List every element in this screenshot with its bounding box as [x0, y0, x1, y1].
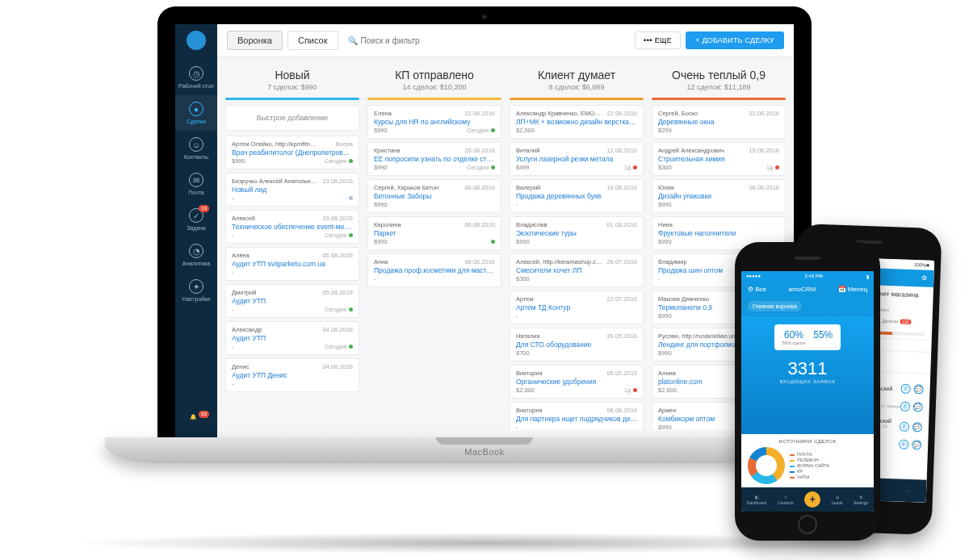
card-title: Продажа деревянных букв — [516, 192, 637, 200]
nav-desktop[interactable]: ◷Рабочий стол — [175, 60, 217, 95]
status-dot-icon — [349, 233, 353, 237]
menu-icon[interactable]: ⚙ Все — [748, 286, 766, 293]
deal-card[interactable]: Артем22.07.2016 Артем ТД Контур - — [510, 290, 644, 324]
add-deal-button[interactable]: + ДОБАВИТЬ СДЕЛКУ — [686, 31, 784, 49]
sources-chart: ИСТОЧНИКИ СДЕЛОК ПОЧТАТЕЛЕФОНФОРМА САЙТА… — [741, 434, 874, 487]
sidebar: ◷Рабочий стол ●Сделки ☺Контакты ✉Почта 1… — [175, 24, 217, 438]
tabbar-settings[interactable]: ⚙Settings — [854, 495, 868, 505]
logo-icon[interactable] — [187, 31, 206, 50]
call-icon[interactable]: ✆ — [900, 421, 909, 431]
view-funnel-button[interactable]: Воронка — [227, 31, 283, 50]
period-button[interactable]: 📅 Месяц — [838, 286, 867, 293]
call-icon[interactable]: ✆ — [899, 439, 908, 449]
deal-card[interactable]: Безручко Алексей Анатольевич23.08.2016 Н… — [225, 173, 359, 207]
tabbar-menu-icon[interactable]: ⋯ — [905, 488, 909, 493]
deal-card[interactable]: Елена22.08.2016 Курсы для HR по английск… — [367, 105, 501, 139]
card-contact: Артем — [516, 295, 534, 303]
deal-card[interactable]: Владислав01.08.2016 Экзотические туры $9… — [510, 216, 644, 250]
deal-card[interactable]: Юлия08.08.2016 Дизайн упаковки $990 — [652, 179, 786, 213]
card-title: Новый лид — [232, 186, 353, 194]
deal-card[interactable]: Алексей19.08.2016 Техническое обеспечени… — [225, 210, 359, 244]
deal-card[interactable]: Наталия26.05.2016 Для СТО оборудование $… — [510, 328, 644, 361]
nav-settings[interactable]: ✦Настройки — [175, 273, 217, 308]
column-header: Очень теплый 0,9 12 сделок: $11,189 — [652, 65, 786, 98]
card-price: - — [516, 312, 518, 320]
card-title: Аудит УТП Денис — [232, 371, 353, 379]
view-list-button[interactable]: Список — [287, 31, 338, 50]
card-contact: Максим Демченко — [658, 295, 709, 303]
card-price: - — [374, 275, 376, 282]
card-contact: Владимир — [658, 258, 687, 265]
card-date: 20.08.2016 — [464, 147, 495, 154]
home-button[interactable] — [798, 515, 817, 534]
status-dot-icon — [349, 159, 353, 163]
deal-card[interactable]: Денис04.08.2016 Аудит УТП Денис - — [225, 358, 359, 392]
more-button[interactable]: ••• ЕЩЕ — [635, 31, 681, 49]
card-contact: Владислав — [516, 221, 547, 228]
status-dot-icon — [633, 388, 637, 392]
deal-card[interactable]: Дмитрий05.08.2016 Аудит УТП -Сегодня — [225, 284, 359, 318]
chart-title: ИСТОЧНИКИ СДЕЛОК — [748, 439, 867, 444]
card-contact: Нина — [658, 221, 673, 228]
card-price: $2,500 — [516, 127, 535, 134]
phone-device-1: ●●●●●2:43 PM▮ ⚙ Все amoCRM 📅 Месяц Главн… — [735, 242, 880, 541]
pipeline-tab[interactable]: Главная воронка — [748, 301, 802, 311]
deal-card[interactable]: Виталий12.08.2016 Услуги лазерной резки … — [510, 142, 644, 176]
card-title: ЕЕ попросили узнать по отделке стен плит… — [374, 155, 495, 163]
chat-icon[interactable]: 💬 — [913, 384, 923, 394]
card-price: - — [232, 232, 234, 239]
tabbar-contacts[interactable]: ☺Contacts — [778, 495, 794, 505]
setup-icon[interactable]: ⚙ — [921, 274, 927, 282]
deal-card[interactable]: Виктория05.05.2015 Органические удобрени… — [510, 365, 644, 399]
column-bar — [652, 98, 786, 100]
deal-card[interactable]: Александр Кравченко, EMOZZI22.08.2016 ЛП… — [510, 105, 644, 139]
tabbar-add[interactable]: + — [804, 491, 820, 508]
deal-card[interactable]: Валерий10.08.2016 Продажа деревянных бук… — [510, 179, 644, 213]
deal-card[interactable]: Алёна05.08.2016 Аудит УТП svitparketu.co… — [225, 247, 359, 281]
deal-card[interactable]: Виктория08.08.2016 Для партнера ищет под… — [510, 402, 644, 430]
call-icon[interactable]: ✆ — [900, 401, 910, 411]
deal-card[interactable]: Каролина08.08.2016 Паркет $990 — [367, 216, 501, 250]
deal-card[interactable]: Артем Олейко, http://kpmfitness.com.ua/В… — [225, 136, 359, 169]
nav-mail[interactable]: ✉Почта — [175, 166, 217, 202]
chat-icon[interactable]: 💬 — [912, 440, 921, 449]
legend-item: ПОЧТА — [790, 452, 829, 457]
card-title: Смесители хочет ЛП — [516, 266, 637, 274]
legend-item: ТЕЛЕФОН — [790, 458, 829, 462]
card-title: Деревянные окна — [658, 118, 779, 126]
card-price: $300 — [516, 275, 530, 282]
call-icon[interactable]: ✆ — [900, 384, 910, 394]
quick-add-button[interactable]: Быстрое добавление — [225, 105, 359, 131]
chat-icon[interactable]: 💬 — [913, 402, 923, 412]
card-date: 22.08.2016 — [749, 110, 779, 117]
nav-deals[interactable]: ●Сделки — [175, 95, 217, 131]
tabbar-leads[interactable]: ◎Leads — [832, 495, 843, 505]
column-subtitle: 14 сделок: $10,200 — [367, 83, 501, 91]
card-date: 08.08.2016 — [464, 221, 495, 228]
deal-card[interactable]: Сергей, Харьков Бетон08.08.2016 Бетонные… — [367, 179, 501, 213]
card-price: - — [232, 269, 234, 276]
card-status — [349, 196, 353, 200]
tabbar-dashboard[interactable]: ◧Dashboard — [747, 495, 766, 505]
nav-analytics[interactable]: ◔Аналитика — [175, 237, 217, 273]
deal-card[interactable]: Анна08.08.2016 Продажа проф.косметики дл… — [367, 253, 501, 287]
nav-notifications[interactable]: 22🔔 — [190, 414, 203, 432]
deal-card[interactable]: Алексей, http://keramashop.com.ua/26.07.… — [510, 253, 644, 287]
card-status: 1д — [766, 165, 779, 170]
legend-item: ФОРМА САЙТА — [790, 463, 829, 468]
nav-tasks[interactable]: 10✓Задачи — [175, 202, 217, 237]
search-input[interactable] — [361, 36, 474, 45]
card-title: Врач реабилитолог (Днепропетровск) - От … — [232, 148, 353, 157]
nav-contacts[interactable]: ☺Контакты — [175, 131, 217, 166]
phone1-tabbar: ◧Dashboard ☺Contacts + ◎Leads ⚙Settings — [741, 487, 874, 512]
deal-card[interactable]: Александр04.08.2016 Аудит УТП -Сегодня — [225, 321, 359, 355]
card-contact: Безручко Алексей Анатольевич — [232, 178, 319, 185]
deal-card[interactable]: Сергей, Боско22.08.2016 Деревянные окна … — [652, 105, 786, 139]
card-date: 26.05.2016 — [606, 332, 637, 340]
chat-icon[interactable]: 💬 — [912, 422, 922, 432]
deal-card[interactable]: Кристина20.08.2016 ЕЕ попросили узнать п… — [367, 142, 501, 176]
card-contact: Сергей, Боско — [658, 110, 698, 117]
card-contact: Артем Олейко, http://kpmfitness.com.ua/ — [232, 140, 319, 148]
deal-card[interactable]: Андрей Александрович19.08.2016 Строитель… — [652, 142, 786, 176]
card-title: Аудит УТП — [232, 297, 353, 305]
